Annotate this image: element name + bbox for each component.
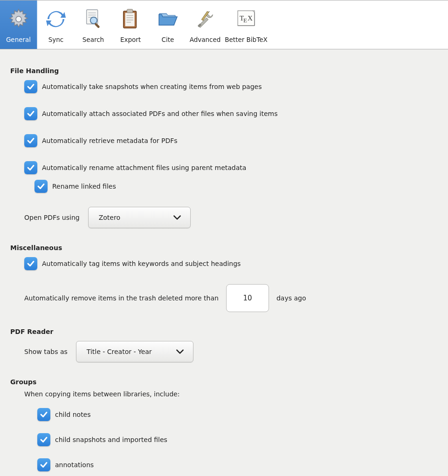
checkbox-attach-pdfs[interactable]	[24, 107, 37, 120]
folder-open-icon	[153, 4, 183, 34]
checkbox-rename-attach[interactable]	[24, 161, 37, 174]
svg-point-1	[16, 16, 21, 22]
general-panel: File Handling Automatically take snapsho…	[0, 49, 448, 476]
checkbox-retrieve-meta[interactable]	[24, 134, 37, 147]
select-value: Title - Creator - Year	[87, 348, 152, 355]
checkbox-snapshot[interactable]	[24, 80, 37, 93]
select-show-tabs[interactable]: Title - Creator - Year	[76, 341, 193, 362]
section-groups: Groups	[10, 378, 438, 386]
gear-icon	[4, 4, 34, 34]
chevron-down-icon	[172, 213, 182, 222]
tab-search[interactable]: Search	[75, 0, 112, 49]
tab-label: General	[6, 36, 31, 43]
label-rename-linked: Rename linked files	[52, 183, 116, 190]
label-child-snapshots: child snapshots and imported files	[55, 436, 167, 443]
tab-cite[interactable]: Cite	[149, 0, 186, 49]
tab-label: Sync	[48, 36, 64, 43]
tex-icon: T E X	[231, 4, 261, 34]
tab-label: Search	[83, 36, 104, 43]
checkbox-auto-tag[interactable]	[24, 257, 37, 270]
svg-text:E: E	[243, 17, 247, 24]
section-miscellaneous: Miscellaneous	[10, 244, 438, 252]
tab-better-bibtex[interactable]: T E X Better BibTeX	[224, 0, 269, 49]
label-snapshot: Automatically take snapshots when creati…	[42, 83, 262, 90]
section-pdf-reader: PDF Reader	[10, 328, 438, 335]
tab-label: Export	[120, 36, 141, 43]
select-open-pdfs[interactable]: Zotero	[88, 207, 191, 228]
label-annotations: annotations	[55, 461, 94, 469]
preferences-tabs: General Sync Search	[0, 0, 448, 49]
chevron-down-icon	[175, 347, 185, 356]
label-attach-pdfs: Automatically attach associated PDFs and…	[42, 110, 277, 117]
checkbox-annotations[interactable]	[37, 458, 50, 471]
input-trash-days[interactable]: 10	[226, 284, 269, 312]
label-groups-intro: When copying items between libraries, in…	[24, 390, 438, 398]
checkbox-rename-linked[interactable]	[34, 180, 48, 193]
tab-sync[interactable]: Sync	[37, 0, 75, 49]
section-file-handling: File Handling	[10, 67, 438, 75]
tab-export[interactable]: Export	[112, 0, 149, 49]
svg-rect-9	[125, 13, 134, 27]
label-auto-tag: Automatically tag items with keywords an…	[42, 260, 241, 267]
label-show-tabs: Show tabs as	[24, 348, 68, 355]
label-trash-prefix: Automatically remove items in the trash …	[24, 294, 219, 302]
tab-advanced[interactable]: Advanced	[186, 0, 224, 49]
label-rename-attach: Automatically rename attachment files us…	[42, 164, 246, 171]
search-document-icon	[78, 4, 108, 34]
tab-label: Cite	[162, 36, 174, 43]
svg-rect-10	[127, 9, 132, 13]
tab-label: Advanced	[190, 36, 221, 43]
select-value: Zotero	[99, 214, 120, 221]
tools-icon	[190, 4, 220, 34]
checkbox-child-snapshots[interactable]	[37, 433, 50, 446]
svg-point-6	[90, 17, 97, 24]
svg-text:X: X	[248, 14, 253, 22]
tab-label: Better BibTeX	[225, 36, 267, 43]
label-child-notes: child notes	[55, 411, 91, 418]
label-open-pdfs: Open PDFs using	[24, 214, 80, 221]
label-retrieve-meta: Automatically retrieve metadata for PDFs	[42, 137, 178, 144]
checkbox-child-notes[interactable]	[37, 408, 50, 421]
label-trash-suffix: days ago	[276, 294, 306, 302]
tab-general[interactable]: General	[0, 0, 37, 49]
sync-icon	[41, 4, 71, 34]
clipboard-icon	[116, 4, 145, 34]
